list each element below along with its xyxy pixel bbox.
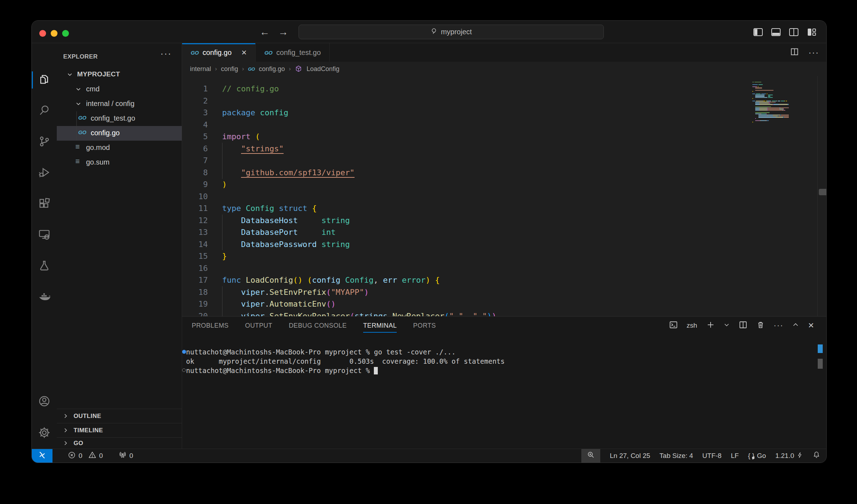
sidebar-item-source-control[interactable]: [32, 131, 57, 153]
settings-button[interactable]: [32, 423, 57, 444]
remote-indicator-button[interactable]: [32, 449, 52, 463]
navigate-forward-button[interactable]: →: [278, 26, 288, 38]
sidebar-item-search[interactable]: [32, 100, 57, 122]
tree-item-label: cmd: [86, 85, 100, 93]
breadcrumb[interactable]: internal›config›GOconfig.go›LoadConfig: [182, 62, 826, 76]
sidebar-item-extensions[interactable]: [32, 193, 57, 215]
tree-item-config-test-go[interactable]: GOconfig_test.go: [57, 111, 182, 126]
navigate-back-button[interactable]: ←: [260, 26, 270, 38]
terminal-command-decoration: [818, 344, 823, 353]
sidebar-item-docker[interactable]: [32, 287, 57, 308]
go-mod-icon: ≡: [75, 157, 80, 166]
cursor-position[interactable]: Ln 27, Col 25: [605, 449, 655, 463]
toggle-primary-sidebar-button[interactable]: [753, 27, 763, 37]
panel-tab-output[interactable]: OUTPUT: [245, 317, 272, 334]
section-timeline[interactable]: TIMELINE: [57, 423, 182, 437]
breadcrumb-separator: ›: [242, 65, 244, 72]
code-line: 5import (: [182, 131, 826, 143]
language-mode[interactable]: { } Go: [743, 449, 771, 463]
terminal-scrollbar-slider[interactable]: [818, 359, 823, 369]
minimap[interactable]: [752, 82, 789, 125]
editor-more-actions-button[interactable]: ···: [808, 47, 819, 57]
breadcrumb-item-config.go[interactable]: config.go: [259, 65, 285, 73]
ports-status[interactable]: 0: [114, 449, 138, 463]
breadcrumb-item-loadconfig[interactable]: LoadConfig: [306, 65, 339, 73]
terminal[interactable]: nuttachot@Machintoshs-MacBook-Pro myproj…: [182, 347, 826, 375]
sidebar-item-remote-explorer[interactable]: [32, 225, 57, 246]
editor-tabs: GOconfig.go✕GOconfig_test.go: [182, 43, 330, 62]
notifications-bell-button[interactable]: [808, 449, 821, 463]
zoom-window-button[interactable]: [62, 30, 69, 37]
line-number: 15: [194, 250, 208, 262]
line-number: 1: [194, 83, 208, 95]
editor-group: GOconfig.go✕GOconfig_test.go ··· interna…: [182, 43, 826, 449]
go-version-status[interactable]: 1.21.0: [771, 449, 808, 463]
tab-size-indicator[interactable]: Tab Size: 4: [655, 449, 698, 463]
tree-item-label: go.sum: [86, 158, 110, 166]
sidebar-item-explorer[interactable]: [32, 69, 57, 91]
editor-scrollbar-slider[interactable]: [819, 189, 826, 195]
code-editor[interactable]: 1// config.go23package config45import (6…: [182, 76, 826, 316]
line-number: 20: [194, 310, 208, 317]
close-window-button[interactable]: [39, 30, 46, 37]
tab-config-go[interactable]: GOconfig.go✕: [182, 43, 256, 62]
panel-tab-problems[interactable]: PROBLEMS: [192, 317, 229, 334]
section-go[interactable]: GO: [57, 437, 182, 449]
indent-guide: [222, 286, 222, 316]
sidebar-item-testing[interactable]: [32, 256, 57, 277]
toggle-secondary-sidebar-button[interactable]: [788, 27, 799, 37]
command-center-search[interactable]: myproject: [299, 25, 604, 39]
terminal-icon: [669, 321, 678, 331]
minimize-window-button[interactable]: [51, 30, 57, 37]
maximize-panel-button[interactable]: [792, 321, 799, 330]
toggle-panel-button[interactable]: [771, 27, 781, 37]
close-tab-button[interactable]: ✕: [241, 49, 247, 57]
tree-item-myproject[interactable]: MYPROJECT: [57, 67, 182, 82]
new-terminal-button[interactable]: [706, 321, 715, 331]
line-number: 6: [194, 143, 208, 155]
panel-tab-debug-console[interactable]: DEBUG CONSOLE: [289, 317, 347, 334]
lightning-bolt-icon: [797, 452, 803, 460]
status-bar: 0 0 0: [32, 449, 826, 463]
tree-item-cmd[interactable]: cmd: [57, 82, 182, 97]
ports-count: 0: [129, 452, 133, 460]
terminal-cursor: [374, 367, 378, 374]
terminal-profiles-dropdown[interactable]: [723, 322, 730, 329]
account-button[interactable]: [32, 391, 57, 413]
radio-tower-icon: [119, 451, 127, 461]
error-icon: [68, 451, 76, 461]
panel-tab-ports[interactable]: PORTS: [413, 317, 436, 334]
remote-explorer-icon: [38, 228, 50, 242]
breadcrumb-separator: ›: [215, 65, 217, 72]
breadcrumb-item-config[interactable]: config: [221, 65, 238, 73]
screencast-zoom-button[interactable]: [581, 449, 600, 463]
breadcrumb-item-internal[interactable]: internal: [190, 65, 211, 73]
kill-terminal-button[interactable]: [756, 321, 765, 331]
tab-config_test-go[interactable]: GOconfig_test.go: [256, 43, 330, 62]
indent-guide: [222, 143, 222, 179]
tree-item-go-sum[interactable]: ≡go.sum: [57, 155, 182, 170]
split-editor-button[interactable]: [790, 47, 799, 57]
shell-name-label[interactable]: zsh: [687, 322, 697, 329]
tree-item-internal-config[interactable]: internal / config: [57, 97, 182, 111]
tree-item-go-mod[interactable]: ≡go.mod: [57, 141, 182, 155]
sidebar-item-run-debug[interactable]: [32, 162, 57, 184]
go-file-icon: GO: [78, 115, 86, 121]
close-panel-button[interactable]: ✕: [808, 321, 814, 330]
eol-indicator[interactable]: LF: [726, 449, 743, 463]
sidebar-sections: OUTLINETIMELINEGO: [57, 409, 182, 449]
screen: ← → myproject: [0, 0, 857, 504]
problems-status[interactable]: 0 0: [63, 449, 107, 463]
section-outline[interactable]: OUTLINE: [57, 409, 182, 423]
panel-tab-terminal[interactable]: TERMINAL: [363, 317, 397, 334]
line-number: 13: [194, 226, 208, 238]
bell-icon: [812, 451, 821, 461]
panel-more-actions-button[interactable]: ···: [773, 321, 783, 330]
split-terminal-button[interactable]: [738, 321, 748, 331]
section-label: TIMELINE: [74, 427, 103, 434]
code-line: 2: [182, 95, 826, 107]
tree-item-config-go[interactable]: GOconfig.go: [57, 126, 182, 141]
encoding-indicator[interactable]: UTF-8: [698, 449, 726, 463]
customize-layout-button[interactable]: [806, 27, 817, 37]
line-number: 8: [194, 167, 208, 179]
